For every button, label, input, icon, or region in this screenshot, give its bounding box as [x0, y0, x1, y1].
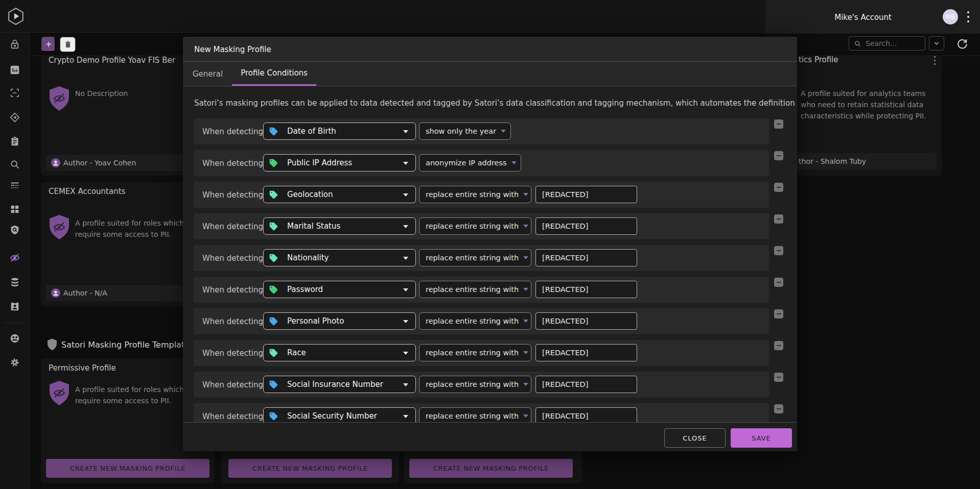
- shield-search-icon[interactable]: [9, 225, 20, 236]
- condition-row: When detectingDate of Birthshow only the…: [194, 118, 769, 144]
- tag-icon: [268, 157, 279, 168]
- when-detecting-label: When detecting: [202, 159, 263, 168]
- search-options-button[interactable]: [929, 36, 944, 51]
- dashboard-chart-icon[interactable]: [9, 64, 20, 76]
- remove-condition-button[interactable]: [774, 246, 783, 255]
- database-icon[interactable]: [9, 277, 20, 288]
- tag-select-value: Race: [287, 348, 306, 357]
- search-field[interactable]: [849, 36, 925, 51]
- add-profile-button[interactable]: +: [41, 37, 56, 52]
- tag-select[interactable]: Social Security Number: [263, 407, 416, 422]
- create-masking-profile-button[interactable]: CREATE NEW MASKING PROFILE: [409, 459, 573, 478]
- tag-select[interactable]: Public IP Address: [263, 154, 416, 172]
- action-select[interactable]: show only the year: [419, 123, 511, 140]
- tag-select[interactable]: Date of Birth: [263, 123, 416, 140]
- replacement-value-input[interactable]: [535, 249, 637, 266]
- account-menu-kebab-icon[interactable]: [966, 11, 970, 22]
- users-icon[interactable]: [9, 333, 20, 344]
- tag-select[interactable]: Marital Status: [263, 217, 416, 235]
- replacement-value-input[interactable]: [535, 281, 637, 298]
- create-masking-profile-button[interactable]: CREATE NEW MASKING PROFILE: [228, 459, 392, 478]
- remove-condition-button[interactable]: [774, 119, 783, 129]
- tag-select[interactable]: Personal Photo: [263, 312, 416, 330]
- remove-condition-button[interactable]: [774, 278, 783, 287]
- replacement-value-input[interactable]: [535, 186, 637, 203]
- templates-shield-icon: [47, 338, 57, 351]
- tag-icon: [268, 315, 279, 327]
- chevron-down-icon: [933, 40, 940, 47]
- settings-gear-icon[interactable]: [9, 357, 20, 368]
- action-select-value: replace entire string with: [426, 190, 519, 199]
- data-flows-icon[interactable]: [9, 112, 20, 123]
- action-select-value: anonymize IP address: [426, 159, 507, 167]
- remove-condition-button[interactable]: [774, 373, 783, 382]
- action-select[interactable]: replace entire string with: [419, 344, 531, 361]
- top-bar-account-section: Mike's Account MB: [765, 0, 980, 34]
- remove-condition-button[interactable]: [774, 404, 783, 413]
- action-select[interactable]: replace entire string with: [419, 186, 531, 203]
- apps-grid-icon[interactable]: [9, 204, 20, 215]
- tag-select[interactable]: Social Insurance Number: [263, 376, 416, 393]
- profile-card-description: A profile suited for analytics teamswho …: [801, 88, 926, 121]
- trash-icon: [64, 40, 72, 48]
- action-select-value: replace entire string with: [426, 317, 519, 325]
- delete-profile-button[interactable]: [60, 37, 76, 52]
- masking-eye-off-icon[interactable]: [9, 252, 20, 263]
- chevron-down-icon: [523, 414, 528, 418]
- tag-select[interactable]: Nationality: [263, 249, 416, 266]
- scan-icon[interactable]: [9, 87, 20, 99]
- minus-icon: [777, 345, 781, 347]
- remove-condition-button[interactable]: [774, 183, 783, 192]
- tag-select[interactable]: Password: [263, 281, 416, 298]
- tag-select-value: Social Insurance Number: [287, 380, 383, 389]
- replacement-value-input[interactable]: [535, 217, 637, 235]
- search-input[interactable]: [866, 39, 917, 47]
- action-select[interactable]: replace entire string with: [419, 249, 531, 266]
- tab-general[interactable]: General: [193, 62, 223, 86]
- replacement-value-input[interactable]: [535, 344, 637, 361]
- tag-select[interactable]: Race: [263, 344, 416, 361]
- tag-icon: [268, 379, 279, 390]
- remove-condition-button[interactable]: [774, 214, 783, 224]
- action-select[interactable]: replace entire string with: [419, 312, 531, 330]
- remove-condition-button[interactable]: [774, 341, 783, 350]
- id-badge-icon[interactable]: [9, 301, 20, 312]
- audit-clipboard-icon[interactable]: [9, 136, 20, 147]
- lock-icon[interactable]: [9, 39, 20, 50]
- action-select[interactable]: anonymize IP address: [419, 154, 521, 172]
- chevron-down-icon: [403, 257, 408, 260]
- tab-profile-conditions[interactable]: Profile Conditions: [232, 62, 316, 86]
- condition-row: When detectingSocial Security Numberrepl…: [194, 403, 769, 422]
- remove-condition-button[interactable]: [774, 151, 783, 160]
- modal-title: New Masking Profile: [194, 45, 271, 54]
- remove-condition-button[interactable]: [774, 309, 783, 319]
- modal-tabs: General Profile Conditions: [183, 62, 797, 86]
- save-button[interactable]: SAVE: [731, 428, 792, 448]
- replacement-value-input[interactable]: [535, 312, 637, 330]
- close-button[interactable]: CLOSE: [664, 428, 726, 448]
- masking-shield-icon: [49, 380, 70, 406]
- condition-row: When detectingMarital Statusreplace enti…: [194, 213, 769, 239]
- action-select-value: replace entire string with: [426, 380, 519, 388]
- tag-select[interactable]: Geolocation: [263, 186, 416, 203]
- modal-description: Satori’s masking profiles can be applied…: [194, 99, 797, 108]
- tag-select-value: Public IP Address: [287, 158, 352, 167]
- action-select[interactable]: replace entire string with: [419, 217, 531, 235]
- search-nav-icon[interactable]: [9, 159, 20, 170]
- minus-icon: [777, 250, 781, 252]
- action-select-value: replace entire string with: [426, 349, 519, 357]
- replacement-value-input[interactable]: [535, 376, 637, 393]
- action-select[interactable]: replace entire string with: [419, 407, 531, 422]
- tag-icon: [268, 252, 279, 263]
- replacement-value-input[interactable]: [535, 407, 637, 422]
- when-detecting-label: When detecting: [202, 349, 263, 358]
- condition-row: When detectingRacereplace entire string …: [194, 340, 769, 366]
- create-masking-profile-button[interactable]: CREATE NEW MASKING PROFILE: [46, 459, 209, 478]
- refresh-button[interactable]: [955, 37, 969, 51]
- avatar[interactable]: MB: [943, 9, 958, 25]
- action-select[interactable]: replace entire string with: [419, 281, 531, 298]
- datasets-rows-icon[interactable]: [9, 180, 20, 191]
- card-menu-kebab-icon[interactable]: [933, 56, 936, 65]
- action-select[interactable]: replace entire string with: [419, 376, 531, 393]
- minus-icon: [777, 408, 781, 410]
